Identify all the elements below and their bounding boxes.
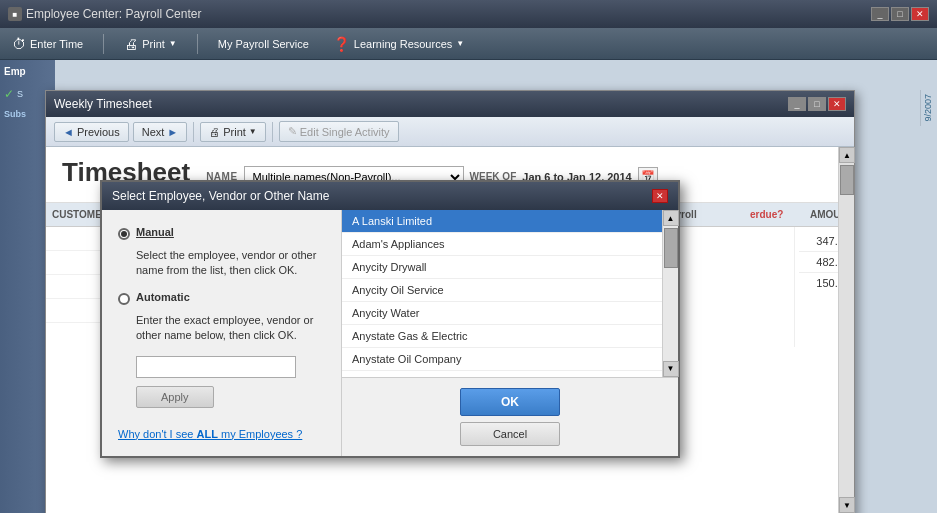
manual-radio-option[interactable]: Manual — [118, 226, 325, 240]
manual-radio-label: Manual — [136, 226, 174, 238]
ts-window-title: Weekly Timesheet — [54, 97, 152, 111]
prev-arrow-icon: ◄ — [63, 126, 74, 138]
minimize-button[interactable]: _ — [871, 7, 889, 21]
edit-single-label: Edit Single Activity — [300, 126, 390, 138]
app-icon: ■ — [8, 7, 22, 21]
menu-sep-1 — [103, 34, 104, 54]
list-container: A Lanski LimitedAdam's AppliancesAnycity… — [342, 210, 678, 377]
title-bar: ■ Employee Center: Payroll Center _ □ ✕ — [0, 0, 937, 28]
content-area: Emp ✓ S Subs Weekly Timesheet _ □ ✕ ◄ — [0, 60, 937, 513]
dialog-right-pane: A Lanski LimitedAdam's AppliancesAnycity… — [342, 210, 678, 456]
next-button[interactable]: Next ► — [133, 122, 188, 142]
list-item[interactable]: Anycity Oil Service — [342, 279, 662, 302]
payroll-label: My Payroll Service — [218, 38, 309, 50]
ts-scrollbar: ▲ ▼ — [838, 147, 854, 513]
dialog-titlebar: Select Employee, Vendor or Other Name ✕ — [102, 182, 678, 210]
edit-single-button[interactable]: ✎ Edit Single Activity — [279, 121, 399, 142]
list-scroll-up[interactable]: ▲ — [663, 210, 679, 226]
menu-sep-2 — [197, 34, 198, 54]
ok-button[interactable]: OK — [460, 388, 560, 416]
learning-label: Learning Resources — [354, 38, 452, 50]
app-title: Employee Center: Payroll Center — [26, 7, 201, 21]
menu-print[interactable]: 🖨 Print ▼ — [120, 34, 181, 54]
ts-print-icon: 🖨 — [209, 126, 220, 138]
print-icon: 🖨 — [124, 36, 138, 52]
cancel-button[interactable]: Cancel — [460, 422, 560, 446]
next-label: Next — [142, 126, 165, 138]
print-label: Print — [142, 38, 165, 50]
name-list: A Lanski LimitedAdam's AppliancesAnycity… — [342, 210, 662, 377]
left-panel-emp-tab: Emp — [0, 60, 55, 83]
list-scroll-track — [663, 226, 678, 361]
next-arrow-icon: ► — [167, 126, 178, 138]
right-panel-date: 9/2007 — [921, 90, 935, 126]
help-link-container: Why don't I see ALL my Employees ? — [118, 428, 325, 440]
help-link[interactable]: Why don't I see ALL my Employees ? — [118, 428, 325, 440]
help-text-prefix: Why don't I see — [118, 428, 197, 440]
ts-scroll-up[interactable]: ▲ — [839, 147, 855, 163]
close-button[interactable]: ✕ — [911, 7, 929, 21]
learning-dropdown-arrow: ▼ — [456, 39, 464, 48]
manual-description: Select the employee, vendor or other nam… — [136, 248, 325, 279]
automatic-name-input[interactable] — [136, 356, 296, 378]
enter-time-icon: ⏱ — [12, 36, 26, 52]
automatic-description: Enter the exact employee, vendor or othe… — [136, 313, 325, 344]
ts-toolbar-sep1 — [193, 122, 194, 142]
dialog-body: Manual Select the employee, vendor or ot… — [102, 210, 678, 456]
edit-single-icon: ✎ — [288, 125, 297, 138]
list-scrollbar: ▲ ▼ — [662, 210, 678, 377]
list-item[interactable]: Anycity Drywall — [342, 256, 662, 279]
col-overdue: erdue? — [744, 209, 804, 220]
menu-bar: ⏱ Enter Time 🖨 Print ▼ My Payroll Servic… — [0, 28, 937, 60]
enter-time-label: Enter Time — [30, 38, 83, 50]
dialog-title: Select Employee, Vendor or Other Name — [112, 189, 329, 203]
list-item[interactable]: A Lanski Limited — [342, 210, 662, 233]
list-item[interactable]: Adam's Appliances — [342, 233, 662, 256]
ts-print-label: Print — [223, 126, 246, 138]
ts-toolbar: ◄ Previous Next ► 🖨 Print ▼ ✎ Edit Singl… — [46, 117, 854, 147]
dialog-close-button[interactable]: ✕ — [652, 189, 668, 203]
list-scroll-down[interactable]: ▼ — [663, 361, 679, 377]
automatic-radio-label: Automatic — [136, 291, 190, 303]
print-button[interactable]: 🖨 Print ▼ — [200, 122, 266, 142]
help-text-suffix: my Employees ? — [218, 428, 302, 440]
manual-radio-button[interactable] — [118, 228, 130, 240]
list-item[interactable]: Anystate Gas & Electric — [342, 325, 662, 348]
ts-scroll-down[interactable]: ▼ — [839, 497, 855, 513]
list-item[interactable]: Anystate Oil Company — [342, 348, 662, 371]
menu-payroll[interactable]: My Payroll Service — [214, 36, 313, 52]
select-employee-dialog: Select Employee, Vendor or Other Name ✕ … — [100, 180, 680, 458]
ts-toolbar-sep2 — [272, 122, 273, 142]
main-window: ■ Employee Center: Payroll Center _ □ ✕ … — [0, 0, 937, 513]
apply-label: Apply — [161, 391, 189, 403]
ts-titlebar: Weekly Timesheet _ □ ✕ — [46, 91, 854, 117]
ts-close-btn[interactable]: ✕ — [828, 97, 846, 111]
ts-restore-btn[interactable]: □ — [808, 97, 826, 111]
list-item[interactable]: Anycity Water — [342, 302, 662, 325]
cancel-label: Cancel — [493, 428, 527, 440]
dialog-footer: OK Cancel — [342, 377, 678, 456]
dialog-left-pane: Manual Select the employee, vendor or ot… — [102, 210, 342, 456]
ts-minimize-btn[interactable]: _ — [788, 97, 806, 111]
ok-label: OK — [501, 395, 519, 409]
restore-button[interactable]: □ — [891, 7, 909, 21]
menu-learning[interactable]: ❓ Learning Resources ▼ — [329, 34, 468, 54]
list-scroll-thumb — [664, 228, 678, 268]
previous-button[interactable]: ◄ Previous — [54, 122, 129, 142]
apply-button[interactable]: Apply — [136, 386, 214, 408]
title-bar-controls: _ □ ✕ — [871, 7, 929, 21]
print-dropdown-arrow: ▼ — [169, 39, 177, 48]
automatic-radio-option[interactable]: Automatic — [118, 291, 325, 305]
automatic-radio-button[interactable] — [118, 293, 130, 305]
menu-enter-time[interactable]: ⏱ Enter Time — [8, 34, 87, 54]
title-bar-left: ■ Employee Center: Payroll Center — [8, 7, 201, 21]
learning-icon: ❓ — [333, 36, 350, 52]
previous-label: Previous — [77, 126, 120, 138]
ts-win-controls: _ □ ✕ — [788, 97, 846, 111]
help-text-bold: ALL — [197, 428, 218, 440]
ts-scroll-thumb — [840, 165, 854, 195]
right-panel: 9/2007 — [920, 90, 937, 126]
ts-print-arrow: ▼ — [249, 127, 257, 136]
